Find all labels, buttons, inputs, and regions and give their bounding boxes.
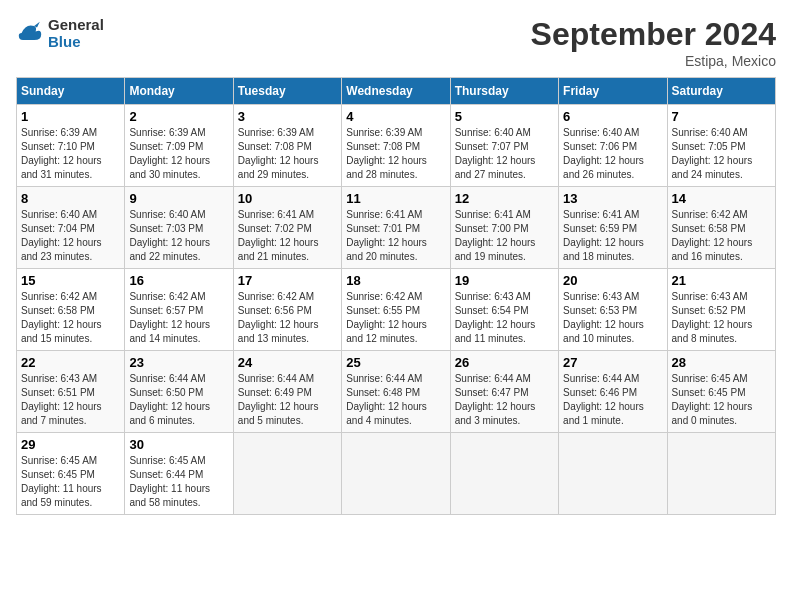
location: Estipa, Mexico (531, 53, 776, 69)
day-info: Sunrise: 6:44 AMSunset: 6:50 PMDaylight:… (129, 372, 228, 428)
day-info: Sunrise: 6:40 AMSunset: 7:04 PMDaylight:… (21, 208, 120, 264)
day-info: Sunrise: 6:42 AMSunset: 6:56 PMDaylight:… (238, 290, 337, 346)
day-info: Sunrise: 6:43 AMSunset: 6:51 PMDaylight:… (21, 372, 120, 428)
table-row: 28Sunrise: 6:45 AMSunset: 6:45 PMDayligh… (667, 351, 775, 433)
day-number: 13 (563, 191, 662, 206)
col-wednesday: Wednesday (342, 78, 450, 105)
table-row (559, 433, 667, 515)
table-row (450, 433, 558, 515)
table-row: 4Sunrise: 6:39 AMSunset: 7:08 PMDaylight… (342, 105, 450, 187)
day-number: 14 (672, 191, 771, 206)
day-info: Sunrise: 6:42 AMSunset: 6:55 PMDaylight:… (346, 290, 445, 346)
day-number: 19 (455, 273, 554, 288)
day-number: 11 (346, 191, 445, 206)
table-row: 18Sunrise: 6:42 AMSunset: 6:55 PMDayligh… (342, 269, 450, 351)
day-number: 18 (346, 273, 445, 288)
day-number: 23 (129, 355, 228, 370)
title-block: September 2024 Estipa, Mexico (531, 16, 776, 69)
day-info: Sunrise: 6:41 AMSunset: 7:01 PMDaylight:… (346, 208, 445, 264)
day-info: Sunrise: 6:42 AMSunset: 6:57 PMDaylight:… (129, 290, 228, 346)
table-row (667, 433, 775, 515)
day-number: 4 (346, 109, 445, 124)
day-info: Sunrise: 6:40 AMSunset: 7:06 PMDaylight:… (563, 126, 662, 182)
col-saturday: Saturday (667, 78, 775, 105)
table-row: 5Sunrise: 6:40 AMSunset: 7:07 PMDaylight… (450, 105, 558, 187)
day-number: 16 (129, 273, 228, 288)
table-row: 7Sunrise: 6:40 AMSunset: 7:05 PMDaylight… (667, 105, 775, 187)
day-number: 28 (672, 355, 771, 370)
page-header: General Blue September 2024 Estipa, Mexi… (16, 16, 776, 69)
day-number: 27 (563, 355, 662, 370)
day-info: Sunrise: 6:40 AMSunset: 7:07 PMDaylight:… (455, 126, 554, 182)
day-number: 22 (21, 355, 120, 370)
day-number: 24 (238, 355, 337, 370)
table-row: 2Sunrise: 6:39 AMSunset: 7:09 PMDaylight… (125, 105, 233, 187)
day-info: Sunrise: 6:41 AMSunset: 7:02 PMDaylight:… (238, 208, 337, 264)
table-row: 11Sunrise: 6:41 AMSunset: 7:01 PMDayligh… (342, 187, 450, 269)
day-number: 26 (455, 355, 554, 370)
day-info: Sunrise: 6:44 AMSunset: 6:46 PMDaylight:… (563, 372, 662, 428)
day-info: Sunrise: 6:43 AMSunset: 6:54 PMDaylight:… (455, 290, 554, 346)
table-row (233, 433, 341, 515)
table-row: 27Sunrise: 6:44 AMSunset: 6:46 PMDayligh… (559, 351, 667, 433)
day-info: Sunrise: 6:41 AMSunset: 7:00 PMDaylight:… (455, 208, 554, 264)
day-number: 29 (21, 437, 120, 452)
calendar-week-row: 22Sunrise: 6:43 AMSunset: 6:51 PMDayligh… (17, 351, 776, 433)
day-info: Sunrise: 6:42 AMSunset: 6:58 PMDaylight:… (672, 208, 771, 264)
day-number: 12 (455, 191, 554, 206)
month-title: September 2024 (531, 16, 776, 53)
table-row: 30Sunrise: 6:45 AMSunset: 6:44 PMDayligh… (125, 433, 233, 515)
table-row: 16Sunrise: 6:42 AMSunset: 6:57 PMDayligh… (125, 269, 233, 351)
table-row: 9Sunrise: 6:40 AMSunset: 7:03 PMDaylight… (125, 187, 233, 269)
day-info: Sunrise: 6:39 AMSunset: 7:09 PMDaylight:… (129, 126, 228, 182)
day-number: 5 (455, 109, 554, 124)
col-tuesday: Tuesday (233, 78, 341, 105)
logo-text: General Blue (48, 16, 104, 50)
day-number: 3 (238, 109, 337, 124)
day-number: 30 (129, 437, 228, 452)
table-row: 25Sunrise: 6:44 AMSunset: 6:48 PMDayligh… (342, 351, 450, 433)
day-number: 2 (129, 109, 228, 124)
day-number: 21 (672, 273, 771, 288)
calendar-week-row: 8Sunrise: 6:40 AMSunset: 7:04 PMDaylight… (17, 187, 776, 269)
table-row: 14Sunrise: 6:42 AMSunset: 6:58 PMDayligh… (667, 187, 775, 269)
calendar-week-row: 15Sunrise: 6:42 AMSunset: 6:58 PMDayligh… (17, 269, 776, 351)
day-number: 20 (563, 273, 662, 288)
day-number: 6 (563, 109, 662, 124)
day-info: Sunrise: 6:44 AMSunset: 6:49 PMDaylight:… (238, 372, 337, 428)
day-number: 1 (21, 109, 120, 124)
day-info: Sunrise: 6:43 AMSunset: 6:52 PMDaylight:… (672, 290, 771, 346)
calendar-week-row: 1Sunrise: 6:39 AMSunset: 7:10 PMDaylight… (17, 105, 776, 187)
col-thursday: Thursday (450, 78, 558, 105)
table-row: 8Sunrise: 6:40 AMSunset: 7:04 PMDaylight… (17, 187, 125, 269)
calendar-table: Sunday Monday Tuesday Wednesday Thursday… (16, 77, 776, 515)
day-info: Sunrise: 6:39 AMSunset: 7:08 PMDaylight:… (346, 126, 445, 182)
table-row: 12Sunrise: 6:41 AMSunset: 7:00 PMDayligh… (450, 187, 558, 269)
col-friday: Friday (559, 78, 667, 105)
logo: General Blue (16, 16, 104, 50)
table-row: 26Sunrise: 6:44 AMSunset: 6:47 PMDayligh… (450, 351, 558, 433)
table-row: 29Sunrise: 6:45 AMSunset: 6:45 PMDayligh… (17, 433, 125, 515)
table-row: 17Sunrise: 6:42 AMSunset: 6:56 PMDayligh… (233, 269, 341, 351)
day-info: Sunrise: 6:39 AMSunset: 7:08 PMDaylight:… (238, 126, 337, 182)
col-monday: Monday (125, 78, 233, 105)
day-info: Sunrise: 6:40 AMSunset: 7:03 PMDaylight:… (129, 208, 228, 264)
day-info: Sunrise: 6:42 AMSunset: 6:58 PMDaylight:… (21, 290, 120, 346)
day-number: 25 (346, 355, 445, 370)
table-row: 19Sunrise: 6:43 AMSunset: 6:54 PMDayligh… (450, 269, 558, 351)
day-number: 15 (21, 273, 120, 288)
calendar-header-row: Sunday Monday Tuesday Wednesday Thursday… (17, 78, 776, 105)
logo-icon (16, 19, 44, 47)
table-row: 1Sunrise: 6:39 AMSunset: 7:10 PMDaylight… (17, 105, 125, 187)
day-info: Sunrise: 6:41 AMSunset: 6:59 PMDaylight:… (563, 208, 662, 264)
table-row: 13Sunrise: 6:41 AMSunset: 6:59 PMDayligh… (559, 187, 667, 269)
table-row: 24Sunrise: 6:44 AMSunset: 6:49 PMDayligh… (233, 351, 341, 433)
day-info: Sunrise: 6:45 AMSunset: 6:44 PMDaylight:… (129, 454, 228, 510)
table-row: 6Sunrise: 6:40 AMSunset: 7:06 PMDaylight… (559, 105, 667, 187)
table-row: 10Sunrise: 6:41 AMSunset: 7:02 PMDayligh… (233, 187, 341, 269)
table-row (342, 433, 450, 515)
day-info: Sunrise: 6:45 AMSunset: 6:45 PMDaylight:… (21, 454, 120, 510)
day-info: Sunrise: 6:43 AMSunset: 6:53 PMDaylight:… (563, 290, 662, 346)
table-row: 21Sunrise: 6:43 AMSunset: 6:52 PMDayligh… (667, 269, 775, 351)
day-number: 9 (129, 191, 228, 206)
